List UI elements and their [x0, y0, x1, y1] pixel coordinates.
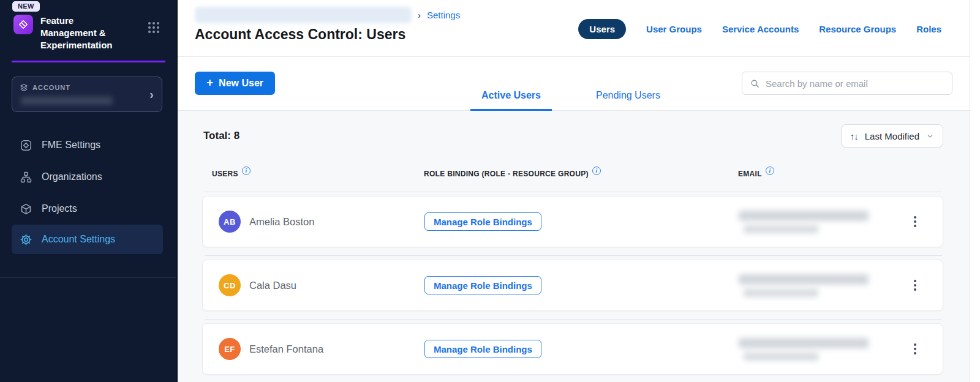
row-divider: [205, 319, 942, 320]
user-name: Estefan Fontana: [249, 343, 323, 355]
column-header-users: USERS i: [212, 170, 424, 178]
info-icon[interactable]: i: [242, 167, 251, 175]
chevron-down-icon: [926, 132, 934, 140]
page-title: Account Access Control: Users: [195, 26, 460, 43]
tab-resource-groups[interactable]: Resource Groups: [819, 24, 896, 34]
column-header-role-binding: ROLE BINDING (ROLE - RESOURCE GROUP) i: [424, 170, 738, 178]
chevron-right-icon: ›: [149, 88, 154, 100]
email-redacted: [739, 274, 888, 297]
sidebar-menu: FME Settings Organizations: [0, 129, 176, 254]
user-list: AB Amelia Boston Manage Role Bindings: [202, 192, 943, 375]
user-list-tabs: Active Users Pending Users: [470, 90, 671, 111]
scroll-gutter: [970, 0, 980, 382]
toolbar: + New User Active Users Pending Users: [178, 57, 970, 111]
breadcrumb: › Settings: [195, 7, 460, 23]
email-redacted: [739, 211, 888, 233]
kebab-menu-icon[interactable]: [910, 276, 920, 294]
org-chart-icon: [20, 171, 32, 184]
sort-label: Last Modified: [865, 131, 919, 141]
tab-user-groups[interactable]: User Groups: [646, 24, 702, 34]
sidebar-item-label: Projects: [42, 203, 77, 214]
search-input[interactable]: [766, 78, 944, 89]
new-user-button[interactable]: + New User: [195, 72, 275, 95]
table-row: AB Amelia Boston Manage Role Bindings: [202, 196, 943, 247]
split-logo-icon: [13, 15, 33, 34]
email-redacted: [739, 338, 888, 361]
sidebar-item-label: Organizations: [42, 171, 102, 182]
app-window: NEW Feature Management & Experimentation: [0, 0, 980, 382]
new-badge: NEW: [12, 1, 40, 12]
main-area: › Settings Account Access Control: Users…: [178, 0, 970, 382]
tab-pending-users[interactable]: Pending Users: [585, 90, 671, 111]
account-selector[interactable]: ACCOUNT ›: [12, 77, 162, 112]
split-outline-icon: [20, 139, 32, 152]
sidebar-item-fme-settings[interactable]: FME Settings: [0, 129, 176, 161]
breadcrumb-settings-link[interactable]: Settings: [427, 10, 460, 20]
tab-active-users[interactable]: Active Users: [470, 90, 552, 111]
column-header-email: EMAIL i: [738, 170, 888, 178]
sidebar-item-account-settings[interactable]: Account Settings: [12, 225, 163, 254]
search-box[interactable]: [742, 72, 952, 95]
sort-dropdown[interactable]: ↑↓ Last Modified: [841, 124, 943, 148]
user-name: Cala Dasu: [249, 280, 296, 291]
layers-icon: [20, 83, 28, 92]
brand-divider: [12, 61, 165, 62]
sidebar-item-organizations[interactable]: Organizations: [0, 161, 176, 193]
sidebar-item-projects[interactable]: Projects: [0, 193, 176, 225]
app-switcher-icon[interactable]: [148, 22, 159, 33]
chevron-right-icon: ›: [418, 10, 421, 20]
content-area: Total: 8 ↑↓ Last Modified USERS i: [178, 111, 970, 382]
sort-icon: ↑↓: [850, 131, 858, 141]
plus-icon: +: [206, 76, 213, 89]
kebab-menu-icon[interactable]: [910, 212, 920, 231]
page-header: › Settings Account Access Control: Users…: [178, 0, 970, 57]
total-count: Total: 8: [203, 130, 239, 142]
avatar: EF: [219, 338, 241, 360]
table-row: EF Estefan Fontana Manage Role Bindings: [202, 323, 943, 375]
table-row: CD Cala Dasu Manage Role Bindings: [202, 260, 943, 311]
table-header-row: USERS i ROLE BINDING (ROLE - RESOURCE GR…: [202, 170, 943, 178]
user-name: Amelia Boston: [249, 216, 314, 228]
account-label: ACCOUNT: [32, 84, 70, 91]
account-name-redacted: [21, 97, 113, 105]
product-title: Feature Management & Experimentation: [40, 15, 125, 51]
sidebar-divider: [0, 277, 176, 278]
sidebar: NEW Feature Management & Experimentation: [0, 0, 178, 382]
tab-service-accounts[interactable]: Service Accounts: [722, 24, 799, 34]
sidebar-item-label: FME Settings: [42, 140, 100, 151]
gear-icon: [20, 233, 32, 246]
kebab-menu-icon[interactable]: [910, 340, 920, 358]
avatar: AB: [219, 211, 241, 233]
info-icon[interactable]: i: [766, 167, 774, 175]
row-divider: [205, 255, 942, 256]
tab-roles[interactable]: Roles: [916, 24, 941, 34]
avatar: CD: [219, 274, 241, 296]
row-divider: [205, 192, 942, 192]
manage-role-bindings-button[interactable]: Manage Role Bindings: [424, 212, 541, 231]
manage-role-bindings-button[interactable]: Manage Role Bindings: [424, 340, 541, 358]
sidebar-item-label: Account Settings: [42, 234, 115, 245]
access-control-nav: Users User Groups Service Accounts Resou…: [578, 18, 941, 40]
manage-role-bindings-button[interactable]: Manage Role Bindings: [424, 276, 541, 294]
cube-icon: [20, 203, 32, 215]
tab-users[interactable]: Users: [578, 19, 626, 39]
search-icon: [750, 78, 760, 89]
info-icon[interactable]: i: [592, 167, 601, 175]
breadcrumb-account-redacted: [195, 7, 412, 23]
